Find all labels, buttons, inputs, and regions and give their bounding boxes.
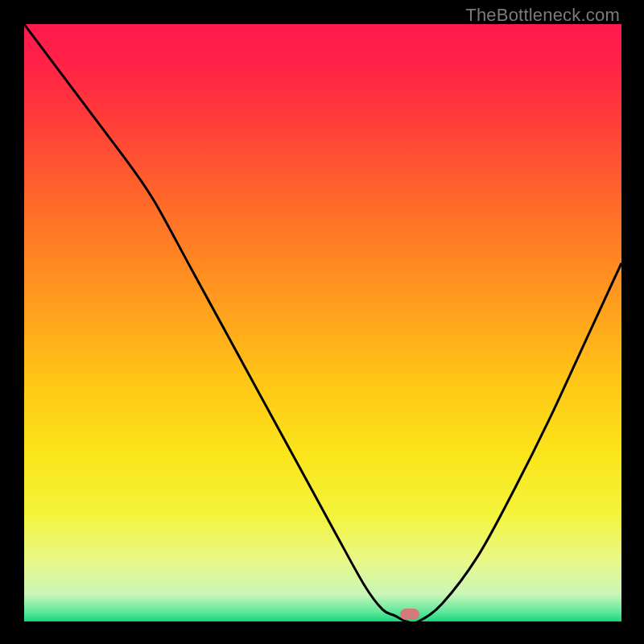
curve-layer bbox=[24, 24, 621, 621]
chart-container: TheBottleneck.com bbox=[0, 0, 644, 644]
optimal-marker bbox=[400, 609, 419, 620]
plot-area bbox=[24, 24, 621, 621]
bottleneck-curve bbox=[24, 24, 621, 621]
watermark-text: TheBottleneck.com bbox=[465, 5, 620, 26]
